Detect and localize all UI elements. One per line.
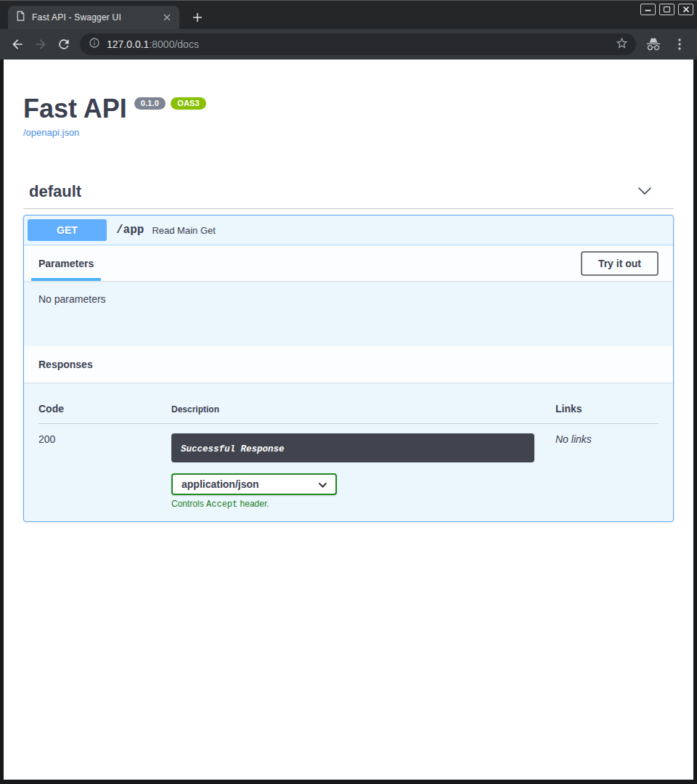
hint-code: Accept <box>206 499 237 510</box>
column-header-description: Description <box>171 404 555 415</box>
version-badge: 0.1.0 <box>134 97 166 110</box>
no-parameters-text: No parameters <box>38 293 106 305</box>
tag-name: default <box>29 182 81 201</box>
media-type-select[interactable]: application/json <box>171 473 337 495</box>
operation-path: /app <box>116 224 144 237</box>
operation-summary[interactable]: GET /app Read Main Get <box>24 216 673 245</box>
browser-menu-icon[interactable] <box>668 33 691 56</box>
api-title-text: Fast API <box>23 94 127 123</box>
parameters-header: Parameters Try it out <box>24 245 673 281</box>
response-description-box: Successful Response <box>171 433 534 462</box>
page-favicon-icon <box>15 10 26 25</box>
page-title: Fast API0.1.0OAS3 <box>23 96 674 122</box>
toolbar-right <box>642 33 691 56</box>
responses-label: Responses <box>38 359 93 370</box>
url-text: 127.0.0.1:8000/docs <box>107 38 615 50</box>
minimize-button[interactable] <box>640 4 656 15</box>
tab-title: Fast API - Swagger UI <box>32 12 160 23</box>
responses-table-header: Code Description Links <box>38 403 659 424</box>
maximize-button[interactable] <box>659 4 674 15</box>
select-chevron-icon <box>318 478 327 490</box>
chevron-down-icon[interactable] <box>637 185 652 198</box>
responses-header: Responses <box>24 346 673 383</box>
incognito-icon[interactable] <box>642 33 665 56</box>
browser-tab[interactable]: Fast API - Swagger UI <box>8 6 179 29</box>
hint-suffix: header. <box>237 499 269 509</box>
url-host: 127.0.0.1 <box>107 38 149 50</box>
accept-header-hint: Controls Accept header. <box>171 499 659 510</box>
page-viewport: Fast API0.1.0OAS3 /openapi.json default … <box>4 60 693 780</box>
column-header-links: Links <box>555 403 659 415</box>
browser-window: Fast API - Swagger UI <box>0 0 697 784</box>
close-button[interactable] <box>678 4 693 15</box>
media-type-row: application/json Controls Accept header. <box>171 473 659 510</box>
response-code: 200 <box>38 433 171 462</box>
media-type-value: application/json <box>182 478 259 490</box>
tab-parameters[interactable]: Parameters <box>38 245 94 281</box>
forward-button[interactable] <box>29 33 52 56</box>
openapi-spec-link[interactable]: /openapi.json <box>23 127 79 138</box>
operation-summary-text: Read Main Get <box>152 225 215 236</box>
bookmark-star-icon[interactable] <box>615 36 629 53</box>
maximize-icon <box>664 7 670 12</box>
api-info: Fast API0.1.0OAS3 /openapi.json <box>23 96 674 139</box>
method-badge-get: GET <box>28 219 107 241</box>
hint-prefix: Controls <box>171 499 206 509</box>
response-description-text: Successful Response <box>181 444 285 454</box>
oas3-badge: OAS3 <box>171 97 206 110</box>
browser-toolbar: 127.0.0.1:8000/docs <box>0 29 697 60</box>
window-controls <box>640 4 693 15</box>
reload-button[interactable] <box>52 33 76 56</box>
site-info-icon[interactable] <box>89 37 100 52</box>
parameters-body: No parameters <box>24 281 673 346</box>
window-frame-highlight <box>0 0 697 1</box>
tab-close-icon[interactable] <box>160 11 174 24</box>
response-links: No links <box>555 433 659 462</box>
new-tab-button[interactable] <box>187 7 208 28</box>
url-bar[interactable]: 127.0.0.1:8000/docs <box>80 33 636 55</box>
opblock-get-app: GET /app Read Main Get Parameters Try it… <box>23 215 674 522</box>
url-path: :8000/docs <box>149 38 199 50</box>
try-it-out-button[interactable]: Try it out <box>581 251 659 276</box>
table-row: 200 Successful Response No links <box>38 424 659 462</box>
column-header-code: Code <box>38 403 171 415</box>
tag-section-default[interactable]: default <box>23 175 674 209</box>
titlebar: Fast API - Swagger UI <box>0 0 697 29</box>
responses-body: Code Description Links 200 Successful Re… <box>24 383 673 521</box>
back-button[interactable] <box>6 33 29 56</box>
response-description-cell: Successful Response <box>171 433 555 462</box>
